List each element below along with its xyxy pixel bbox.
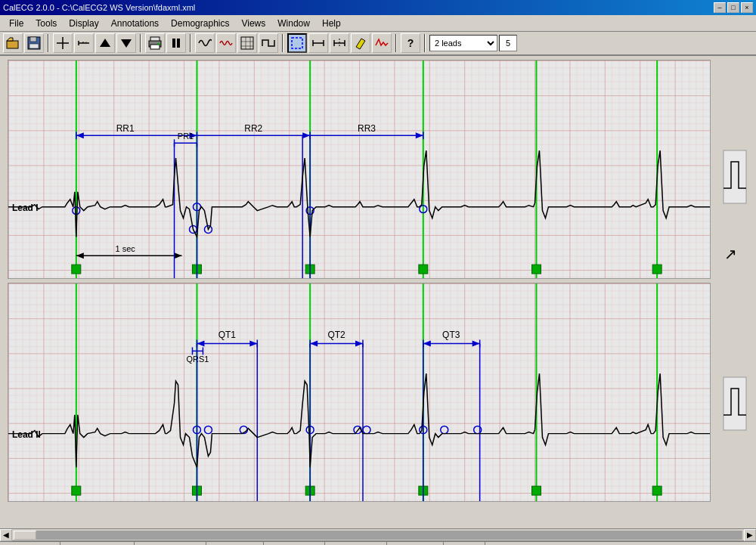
menu-file[interactable]: File bbox=[3, 17, 29, 30]
svg-text:Lead II: Lead II bbox=[12, 429, 41, 440]
selection-button[interactable] bbox=[287, 33, 307, 53]
status-resol: Resol.: 7.610 bbox=[325, 542, 387, 545]
mouse-cursor-icon: ↗ bbox=[724, 245, 737, 263]
svg-marker-9 bbox=[121, 39, 132, 48]
svg-rect-21 bbox=[292, 38, 302, 48]
window-title: CalECG 2.0.0 - C:\CalECG2 WS Version\fda… bbox=[3, 3, 195, 12]
svg-text:QT1: QT1 bbox=[218, 330, 237, 341]
menu-views[interactable]: Views bbox=[235, 17, 271, 30]
menu-demographics[interactable]: Demographics bbox=[165, 17, 235, 30]
scroll-right-button[interactable]: ▶ bbox=[744, 529, 756, 541]
svg-rect-15 bbox=[177, 39, 180, 48]
svg-rect-12 bbox=[150, 45, 160, 49]
menu-bar: File Tools Display Annotations Demograph… bbox=[0, 15, 756, 32]
lead1-svg: RR1 RR2 RR3 PR1 bbox=[8, 60, 710, 278]
toolbar: ? 2 leads 1 lead 3 leads 6 leads 12 lead… bbox=[0, 32, 756, 56]
scroll-track[interactable] bbox=[14, 531, 742, 540]
save-button[interactable] bbox=[24, 33, 44, 53]
svg-rect-3 bbox=[30, 37, 36, 42]
svg-point-13 bbox=[158, 43, 160, 45]
menu-help[interactable]: Help bbox=[316, 17, 347, 30]
sep5 bbox=[395, 34, 397, 52]
svg-text:QRS1: QRS1 bbox=[187, 355, 209, 364]
grid-toggle-button[interactable] bbox=[237, 33, 257, 53]
lead2-svg: QT1 QT2 QT3 bbox=[8, 283, 710, 501]
scroll-down-button[interactable] bbox=[116, 33, 136, 53]
svg-rect-129 bbox=[723, 377, 746, 430]
sep3 bbox=[190, 34, 191, 52]
restore-button[interactable]: □ bbox=[727, 2, 739, 13]
svg-rect-38 bbox=[419, 265, 428, 274]
svg-text:1 sec: 1 sec bbox=[116, 244, 136, 253]
svg-text:QT3: QT3 bbox=[442, 330, 460, 341]
svg-marker-1 bbox=[7, 38, 13, 41]
svg-text:RR2: RR2 bbox=[244, 123, 262, 134]
status-bar: Ready Length: 10.0 sec S. Rate: 250 Hz S… bbox=[0, 540, 756, 545]
horizontal-scrollbar[interactable]: ◀ ▶ bbox=[0, 528, 756, 540]
caliper1-button[interactable] bbox=[308, 33, 328, 53]
scroll-up-button[interactable] bbox=[95, 33, 115, 53]
sep2 bbox=[140, 34, 141, 52]
print-button[interactable] bbox=[145, 33, 165, 53]
svg-rect-4 bbox=[29, 44, 39, 48]
status-start: Start: 0.00 s bbox=[206, 542, 264, 545]
svg-rect-87 bbox=[532, 486, 541, 495]
svg-rect-42 bbox=[652, 265, 662, 274]
wave-filter2-button[interactable] bbox=[216, 33, 236, 53]
title-bar: CalECG 2.0.0 - C:\CalECG2 WS Version\fda… bbox=[0, 0, 756, 15]
pause-button[interactable] bbox=[166, 33, 186, 53]
svg-rect-79 bbox=[72, 486, 81, 495]
svg-rect-30 bbox=[8, 60, 710, 278]
window-controls: – □ × bbox=[714, 2, 753, 13]
caliper2-button[interactable] bbox=[330, 33, 349, 53]
ruler-button[interactable] bbox=[351, 33, 370, 53]
svg-rect-0 bbox=[7, 41, 18, 48]
svg-text:PR1: PR1 bbox=[178, 132, 194, 141]
lead2-panel: QT1 QT2 QT3 bbox=[8, 283, 711, 502]
cal-pulse-lead2 bbox=[720, 373, 750, 434]
scroll-thumb[interactable] bbox=[14, 531, 36, 540]
sep1 bbox=[48, 34, 49, 52]
svg-text:RR3: RR3 bbox=[358, 123, 376, 134]
status-time-ms: 0.000 mSec bbox=[387, 542, 445, 545]
svg-text:Lead I: Lead I bbox=[12, 203, 39, 213]
svg-rect-128 bbox=[723, 150, 746, 203]
sep6 bbox=[424, 34, 426, 52]
status-length: Length: 10.0 sec bbox=[60, 542, 135, 545]
menu-display[interactable]: Display bbox=[63, 17, 104, 30]
ecg-area: RR1 RR2 RR3 PR1 bbox=[0, 56, 756, 528]
sep4 bbox=[282, 34, 284, 52]
menu-window[interactable]: Window bbox=[271, 17, 316, 30]
status-sample-rate: S. Rate: 250 Hz bbox=[135, 542, 206, 545]
svg-rect-14 bbox=[172, 39, 175, 48]
svg-text:QT2: QT2 bbox=[327, 330, 345, 341]
status-voltage: 000 mV bbox=[444, 542, 485, 545]
svg-rect-89 bbox=[652, 486, 662, 495]
square-wave-button[interactable] bbox=[259, 33, 278, 53]
svg-rect-16 bbox=[241, 37, 253, 49]
minimize-button[interactable]: – bbox=[714, 2, 726, 13]
svg-text:RR1: RR1 bbox=[116, 123, 135, 134]
status-ready: Ready bbox=[0, 542, 60, 545]
svg-rect-32 bbox=[72, 265, 81, 274]
main-content: RR1 RR2 RR3 PR1 bbox=[0, 56, 756, 528]
speed-input[interactable] bbox=[499, 35, 517, 51]
help-button[interactable]: ? bbox=[401, 33, 420, 53]
menu-tools[interactable]: Tools bbox=[29, 17, 63, 30]
status-ps-ratio: PSratio: 0.53 bbox=[264, 542, 325, 545]
wave-filter1-button[interactable] bbox=[195, 33, 215, 53]
scroll-left-button[interactable]: ◀ bbox=[0, 529, 12, 541]
svg-marker-8 bbox=[100, 39, 110, 47]
open-button[interactable] bbox=[3, 33, 23, 53]
svg-rect-77 bbox=[8, 283, 710, 501]
lead1-panel: RR1 RR2 RR3 PR1 bbox=[8, 60, 711, 279]
close-button[interactable]: × bbox=[741, 2, 753, 13]
cursor-button[interactable] bbox=[53, 33, 73, 53]
menu-annotations[interactable]: Annotations bbox=[105, 17, 165, 30]
measure-button[interactable] bbox=[74, 33, 94, 53]
red-wave-button[interactable] bbox=[372, 33, 392, 53]
svg-rect-40 bbox=[532, 265, 541, 274]
cal-pulse-lead1 bbox=[720, 147, 750, 207]
leads-select[interactable]: 2 leads 1 lead 3 leads 6 leads 12 leads bbox=[429, 35, 497, 51]
